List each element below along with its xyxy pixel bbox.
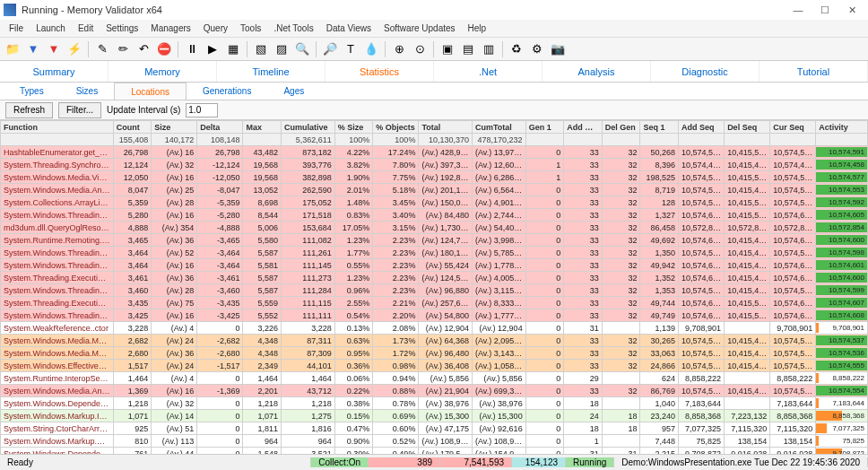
net3-icon[interactable]: ▥ [480,40,498,58]
search-out-icon[interactable]: 🔎 [321,40,339,58]
header-17[interactable]: Activity [816,121,868,134]
recycle-icon[interactable]: ♻ [508,40,525,58]
header2-4 [243,134,282,146]
subtab-sizes[interactable]: Sizes [60,83,114,100]
maximize-button[interactable]: ☐ [812,2,838,18]
subtab-generations[interactable]: Generations [187,83,267,100]
header-4[interactable]: Max [243,121,282,134]
interval-input[interactable] [186,103,218,118]
close-button[interactable]: ✕ [839,2,864,18]
funnel-blue-icon[interactable]: ▼ [24,40,42,58]
tab-timeline[interactable]: Timeline [217,61,326,82]
table-row[interactable]: System.Windows.Threading.Dispatc...3,464… [1,247,868,259]
header-12[interactable]: Del Gen [602,121,640,134]
tab-analysis[interactable]: Analysis [542,61,651,82]
box1-icon[interactable]: ▦ [224,40,242,58]
table-row[interactable]: md3dum.dll.QueryOglResource4,888(Av.) 35… [1,222,868,234]
header-1[interactable]: Count [113,121,152,134]
play-icon[interactable]: ▶ [204,40,221,58]
subtab-locations[interactable]: Locations [114,83,187,100]
tab-statistics[interactable]: Statistics [326,61,434,82]
cd-xy-icon[interactable]: ⊕ [390,40,408,58]
table-row[interactable]: System.Windows.DependencyObject...761(Av… [1,448,868,455]
subtab-types[interactable]: Types [4,83,60,100]
filter-button[interactable]: Filter... [58,102,101,118]
refresh-button[interactable]: Refresh [5,102,53,118]
subtab-ages[interactable]: Ages [267,83,320,100]
pause-icon[interactable]: ⏸ [183,40,201,58]
tab-diagnostic[interactable]: Diagnostic [651,61,760,82]
table-row[interactable]: System.Threading.ExecutionContext...3,46… [1,272,868,284]
table-row[interactable]: System.Windows.EffectiveValueEntry...1,5… [1,360,868,372]
tab-summary[interactable]: Summary [0,61,108,82]
wand-icon[interactable]: ✎ [93,40,111,58]
funnel-red-icon[interactable]: ▼ [45,40,63,58]
table-row[interactable]: System.Windows.Threading.Dispatc...5,280… [1,209,868,222]
table-row[interactable]: System.Windows.Threading.Dispatc...3,425… [1,309,868,322]
menu-help[interactable]: Help [463,22,492,35]
search-in-icon[interactable]: 🔍 [293,40,311,58]
table-row[interactable]: System.Windows.Media.MediaConte...2,682(… [1,335,868,347]
tab-net[interactable]: .Net [434,61,542,82]
header-5[interactable]: Cumulative [282,121,335,134]
table-row[interactable]: System.Runtime.Remoting.Messagin...3,465… [1,234,868,247]
folder-icon[interactable]: 📁 [4,40,22,58]
grid[interactable]: FunctionCountSizeDeltaMaxCumulative% Siz… [0,120,868,454]
stop-icon[interactable]: ⛔ [155,40,173,58]
header-11[interactable]: Add Gen [564,121,603,134]
header-7[interactable]: % Objects [373,121,419,134]
table-row[interactable]: System.Windows.Threading.Dispatc...3,464… [1,259,868,272]
table-row[interactable]: System.String.CtorCharArrayStartLen...92… [1,422,868,435]
menu-file[interactable]: File [4,22,29,35]
table-row[interactable]: HashtableEnumerator.get_Current26,798(Av… [1,146,868,159]
menu-nettools[interactable]: .Net Tools [268,22,318,35]
header-8[interactable]: Total [419,121,473,134]
header-3[interactable]: Delta [197,121,243,134]
header-16[interactable]: Cur Seq [770,121,816,134]
minimize-button[interactable]: — [786,2,811,18]
header-13[interactable]: Seq 1 [640,121,679,134]
text-icon[interactable]: T [342,40,360,58]
camera-icon[interactable]: 📷 [549,40,567,58]
header-10[interactable]: Gen 1 [525,121,564,134]
menu-tools[interactable]: Tools [235,22,266,35]
header-15[interactable]: Del Seq [725,121,770,134]
table-row[interactable]: System.WeakReference..ctor3,228(Av.) 403… [1,322,868,335]
table-row[interactable]: System.Windows.Media.Animation...1,369(A… [1,385,868,397]
droplet-icon[interactable]: 💧 [362,40,380,58]
menu-softwareupdates[interactable]: Software Updates [378,22,461,35]
cog-icon[interactable]: ⚙ [528,40,546,58]
menu-launch[interactable]: Launch [30,22,71,35]
pencil-icon[interactable]: ✏ [114,40,132,58]
header-6[interactable]: % Size [334,121,373,134]
tab-memory[interactable]: Memory [108,61,217,82]
lightning-icon[interactable]: ⚡ [65,40,83,58]
table-row[interactable]: System.Windows.Media.VisualBrush...12,05… [1,171,868,184]
table-row[interactable]: System.Threading.ExecutionContext...3,43… [1,297,868,309]
table-row[interactable]: System.Windows.Media.Animation.T...8,047… [1,184,868,196]
cd-blue-icon[interactable]: ⊙ [411,40,429,58]
menu-settings[interactable]: Settings [100,22,143,35]
back-icon[interactable]: ↶ [135,40,152,58]
table-row[interactable]: System.Windows.Media.MediaConte...2,680(… [1,347,868,360]
table-row[interactable]: System.Collections.ArrayList.GetEnu...5,… [1,196,868,209]
net2-icon[interactable]: ▤ [459,40,477,58]
box2-icon[interactable]: ▧ [252,40,270,58]
table-row[interactable]: System.Windows.DependencyPrope...1,218(A… [1,397,868,410]
menu-managers[interactable]: Managers [145,22,195,35]
table-row[interactable]: System.Threading.SynchronizationC...12,1… [1,159,868,171]
table-row[interactable]: System.Windows.Markup.Imaging.Bit...1,07… [1,410,868,422]
header-9[interactable]: CumTotal [473,121,526,134]
net1-icon[interactable]: ▣ [438,40,456,58]
table-row[interactable]: System.Windows.Markup.KnownTyp...810(Av.… [1,435,868,448]
header-0[interactable]: Function [1,121,114,134]
menu-dataviews[interactable]: Data Views [321,22,377,35]
header-2[interactable]: Size [152,121,197,134]
header-14[interactable]: Add Seq [679,121,725,134]
box3-icon[interactable]: ▨ [273,40,291,58]
menu-query[interactable]: Query [198,22,233,35]
table-row[interactable]: System.Windows.Threading.Priority...3,46… [1,284,868,297]
tab-tutorial[interactable]: Tutorial [760,61,868,82]
menu-edit[interactable]: Edit [73,22,99,35]
table-row[interactable]: System.Runtime.InteropServices.GC...1,46… [1,372,868,385]
